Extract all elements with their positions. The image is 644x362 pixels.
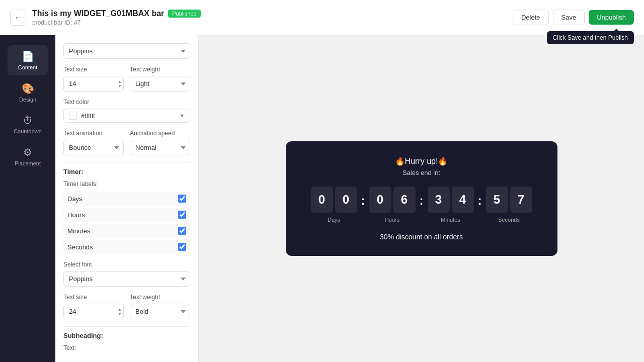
colon-3: : bbox=[478, 194, 482, 216]
topbar-subtitle: product bar ID: #7 bbox=[32, 19, 201, 26]
widget-heading: 🔥Hurry up!🔥 bbox=[311, 156, 532, 166]
seconds-checkbox[interactable] bbox=[178, 243, 186, 251]
spin-down-top[interactable]: ▼ bbox=[118, 84, 122, 88]
color-arrow-icon: ▼ bbox=[179, 113, 185, 119]
timer-digits-seconds: 5 7 bbox=[486, 187, 532, 213]
timer-digits-days: 0 0 bbox=[311, 187, 357, 213]
text-size-top-wrap: ▲ ▼ bbox=[63, 76, 124, 92]
timer-group-hours: 0 6 Hours bbox=[369, 187, 416, 223]
hours-checkbox-row: Hours bbox=[63, 208, 190, 222]
spin-btns-top: ▲ ▼ bbox=[118, 79, 122, 88]
timer-labels-title: Timer labels: bbox=[63, 180, 190, 188]
text-animation-wrapper: None Bounce Fade Slide bbox=[63, 140, 124, 155]
sidebar-item-content[interactable]: 📄 Content bbox=[8, 45, 48, 75]
animation-speed-col: Animation speed Slow Normal Fast bbox=[130, 130, 190, 155]
digit-seconds-0: 5 bbox=[486, 187, 508, 213]
animation-row: Text animation None Bounce Fade Slide An… bbox=[63, 130, 190, 155]
timer-group-minutes: 3 4 Minutes bbox=[428, 187, 474, 223]
sidebar-item-countdown[interactable]: ⏱ Countdown bbox=[8, 110, 48, 139]
timer-group-days: 0 0 Days bbox=[311, 187, 357, 223]
text-weight-top-label: Text weight bbox=[130, 66, 190, 73]
sidebar-label-placement: Placement bbox=[15, 160, 41, 166]
text-color-picker[interactable]: #ffffff ▼ bbox=[63, 109, 190, 123]
text-animation-label: Text animation bbox=[63, 130, 124, 137]
digit-days-1: 0 bbox=[335, 187, 357, 213]
timer-label-days: Days bbox=[328, 217, 340, 223]
font-select-top[interactable]: Poppins Roboto Inter bbox=[63, 43, 190, 59]
content-icon: 📄 bbox=[22, 50, 34, 62]
sidebar-label-design: Design bbox=[19, 97, 36, 103]
divider-2 bbox=[63, 326, 190, 327]
days-checkbox[interactable] bbox=[178, 195, 186, 203]
animation-speed-select[interactable]: Slow Normal Fast bbox=[130, 140, 190, 155]
topbar: ← This is my WIDGET_G01MBAX bar Publishe… bbox=[0, 0, 644, 35]
digit-minutes-0: 3 bbox=[428, 187, 450, 213]
published-badge: Published bbox=[168, 10, 200, 18]
timer-title: Timer: bbox=[63, 168, 190, 175]
text-size-weight-top-row: Text size ▲ ▼ Text weight Light Normal B… bbox=[63, 66, 190, 92]
text-weight-bottom-select[interactable]: Light Normal Bold bbox=[130, 304, 190, 319]
hours-label: Hours bbox=[67, 211, 85, 219]
unpublish-button[interactable]: Unpublish bbox=[589, 10, 634, 25]
text-size-top-label: Text size bbox=[63, 66, 124, 73]
colon-2: : bbox=[420, 194, 424, 216]
digit-days-0: 0 bbox=[311, 187, 333, 213]
timer-digits-minutes: 3 4 bbox=[428, 187, 474, 213]
subheading-text-label: Text: bbox=[63, 344, 190, 351]
divider-1 bbox=[63, 162, 190, 163]
widget-subheading: Sales end in: bbox=[311, 169, 532, 176]
subheading-section: Subheading: Text: bbox=[63, 332, 190, 351]
minutes-label: Minutes bbox=[67, 227, 91, 235]
text-weight-bottom-wrapper: Light Normal Bold bbox=[130, 304, 190, 319]
timer-display: 0 0 Days : 0 6 Hours : 3 4 bbox=[311, 187, 532, 223]
delete-button[interactable]: Delete bbox=[513, 10, 549, 25]
topbar-title-area: This is my WIDGET_G01MBAX bar Published … bbox=[32, 9, 201, 26]
animation-speed-label: Animation speed bbox=[130, 130, 190, 137]
text-weight-top-wrapper: Light Normal Bold bbox=[130, 76, 190, 92]
timer-label-minutes: Minutes bbox=[441, 217, 460, 223]
countdown-widget: 🔥Hurry up!🔥 Sales end in: 0 0 Days : 0 6… bbox=[286, 141, 557, 256]
save-button[interactable]: Save bbox=[553, 10, 585, 25]
digit-hours-0: 0 bbox=[369, 187, 391, 213]
text-size-top-input[interactable] bbox=[63, 76, 124, 92]
preview-area: 🔥Hurry up!🔥 Sales end in: 0 0 Days : 0 6… bbox=[199, 35, 644, 362]
sidebar-item-design[interactable]: 🎨 Design bbox=[8, 77, 48, 108]
topbar-actions: Delete Save Unpublish Click Save and the… bbox=[513, 10, 634, 25]
sidebar-item-placement[interactable]: ⚙ Placement bbox=[8, 141, 48, 171]
minutes-checkbox[interactable] bbox=[178, 227, 186, 235]
spin-up-bottom[interactable]: ▲ bbox=[118, 307, 122, 311]
topbar-title: This is my WIDGET_G01MBAX bar Published bbox=[32, 9, 201, 18]
text-size-bottom-label: Text size bbox=[63, 294, 124, 301]
text-size-bottom-input[interactable] bbox=[63, 304, 124, 319]
font-select-top-row: Poppins Roboto Inter bbox=[63, 43, 190, 59]
placement-icon: ⚙ bbox=[23, 146, 32, 158]
back-button[interactable]: ← bbox=[10, 10, 26, 26]
text-color-label: Text color bbox=[63, 99, 190, 106]
text-weight-top-col: Text weight Light Normal Bold bbox=[130, 66, 190, 92]
hours-checkbox[interactable] bbox=[178, 211, 186, 219]
animation-speed-wrapper: Slow Normal Fast bbox=[130, 140, 190, 155]
timer-section: Timer: Timer labels: Days Hours Minutes … bbox=[63, 168, 190, 254]
text-color-row: Text color #ffffff ▼ bbox=[63, 99, 190, 123]
font-select-bottom-row: Select font Poppins Roboto Inter bbox=[63, 261, 190, 287]
spin-down-bottom[interactable]: ▼ bbox=[118, 312, 122, 316]
widget-discount: 30% discount on all orders bbox=[311, 233, 532, 241]
sidebar-label-content: Content bbox=[18, 64, 38, 70]
save-hint: Click Save and then Publish bbox=[547, 31, 634, 44]
design-icon: 🎨 bbox=[22, 82, 34, 95]
sidebar-label-countdown: Countdown bbox=[14, 128, 42, 134]
text-animation-select[interactable]: None Bounce Fade Slide bbox=[63, 140, 124, 155]
spin-up-top[interactable]: ▲ bbox=[118, 79, 122, 83]
seconds-label: Seconds bbox=[67, 243, 93, 251]
seconds-checkbox-row: Seconds bbox=[63, 240, 190, 254]
title-text: This is my WIDGET_G01MBAX bar bbox=[32, 9, 164, 18]
text-weight-bottom-label: Text weight bbox=[130, 294, 190, 301]
subheading-title: Subheading: bbox=[63, 332, 190, 339]
font-select-bottom[interactable]: Poppins Roboto Inter bbox=[63, 271, 190, 287]
text-weight-top-select[interactable]: Light Normal Bold bbox=[130, 76, 190, 92]
spin-btns-bottom: ▲ ▼ bbox=[118, 307, 122, 316]
text-size-bottom-wrap: ▲ ▼ bbox=[63, 304, 124, 319]
text-size-top-col: Text size ▲ ▼ bbox=[63, 66, 124, 92]
text-size-weight-bottom-row: Text size ▲ ▼ Text weight Light Normal B… bbox=[63, 294, 190, 319]
days-label: Days bbox=[67, 195, 83, 203]
